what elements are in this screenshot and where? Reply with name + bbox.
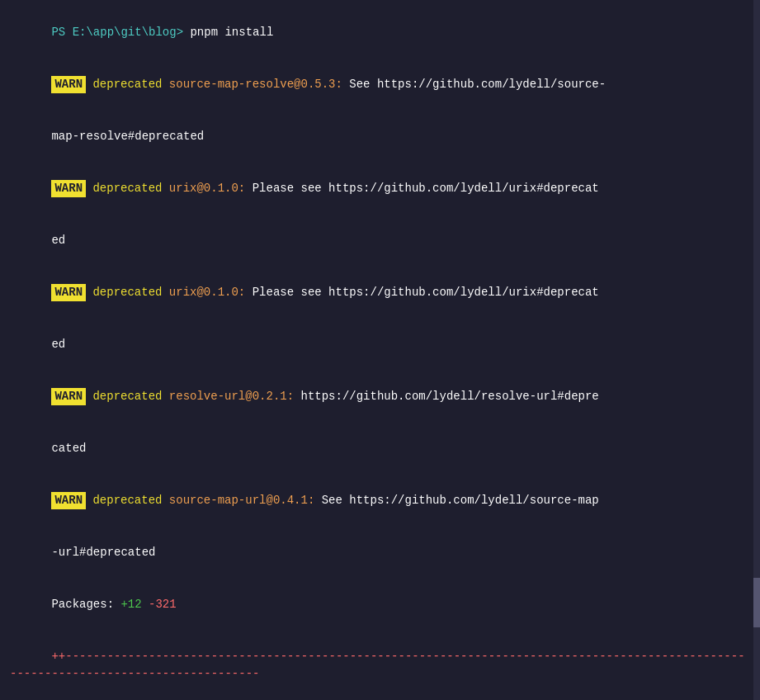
warn-line-3: WARN deprecated urix@0.1.0: Please see h… <box>10 267 750 319</box>
warn-badge: WARN <box>51 76 86 93</box>
packages-line: Packages: +12 -321 <box>10 579 750 631</box>
warn-line-1: WARN deprecated source-map-resolve@0.5.3… <box>10 59 750 111</box>
warn-line-4: WARN deprecated resolve-url@0.2.1: https… <box>10 371 750 423</box>
terminal: PS E:\app\git\blog> pnpm install WARN de… <box>0 0 760 700</box>
warn-label: deprecated <box>86 78 169 91</box>
prompt-line: PS E:\app\git\blog> pnpm install <box>10 7 750 59</box>
warn-line-1b: map-resolve#deprecated <box>10 111 750 163</box>
warn-badge-2: WARN <box>51 180 86 197</box>
warn-line-2: WARN deprecated urix@0.1.0: Please see h… <box>10 163 750 215</box>
warn-badge-3: WARN <box>51 284 86 301</box>
warn-pkg: source-map-resolve@0.5.3: <box>169 78 342 91</box>
progress-bar-line: ++--------------------------------------… <box>10 631 750 700</box>
scrollbar-thumb[interactable] <box>753 578 760 627</box>
warn-msg: See https://github.com/lydell/source- <box>342 78 606 91</box>
warn-line-5b: -url#deprecated <box>10 527 750 579</box>
warn-line-2b: ed <box>10 215 750 267</box>
warn-line-5: WARN deprecated source-map-url@0.4.1: Se… <box>10 475 750 527</box>
prompt-command: pnpm install <box>183 26 273 39</box>
warn-line-4b: cated <box>10 423 750 475</box>
warn-badge-5: WARN <box>51 492 86 509</box>
warn-badge-4: WARN <box>51 388 86 405</box>
warn-line-3b: ed <box>10 319 750 371</box>
scrollbar[interactable] <box>753 0 760 700</box>
prompt-path: PS E:\app\git\blog> <box>51 26 183 39</box>
